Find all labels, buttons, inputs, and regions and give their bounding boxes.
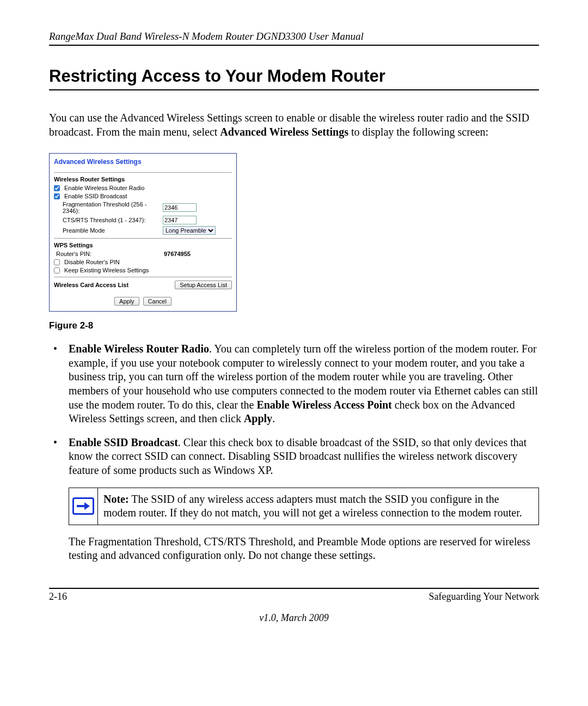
pin-label: Router's PIN:: [54, 251, 91, 257]
note-box: Note: The SSID of any wireless access ad…: [69, 488, 539, 525]
intro-post: to display the following screen:: [348, 126, 488, 138]
wireless-acl-heading: Wireless Card Access List: [54, 282, 128, 288]
cancel-button[interactable]: Cancel: [143, 297, 171, 306]
keep-existing-label: Keep Existing Wireless Settings: [64, 267, 149, 273]
bullet1-bold2: Apply: [244, 412, 272, 424]
frag-input[interactable]: [163, 203, 197, 212]
bullet1-lead: Enable Wireless Router Radio: [69, 343, 209, 355]
advanced-wireless-panel: Advanced Wireless Settings Wireless Rout…: [49, 153, 237, 312]
frag-label: Fragmentation Threshold (256 - 2346):: [54, 201, 163, 214]
enable-radio-label: Enable Wireless Router Radio: [64, 185, 144, 191]
apply-button[interactable]: Apply: [114, 297, 139, 306]
panel-title: Advanced Wireless Settings: [54, 158, 232, 166]
figure-label: Figure 2-8: [49, 320, 539, 331]
wireless-router-settings-heading: Wireless Router Settings: [54, 176, 232, 182]
footer-chapter: Safeguarding Your Network: [429, 591, 539, 602]
bullet1-bold1: Enable Wireless Access Point: [256, 399, 391, 411]
bullet-enable-ssid: Enable SSID Broadcast. Clear this check …: [49, 436, 539, 478]
enable-ssid-label: Enable SSID Broadcast: [64, 193, 127, 199]
disable-pin-checkbox[interactable]: [54, 259, 60, 265]
running-header: RangeMax Dual Band Wireless-N Modem Rout…: [49, 31, 539, 46]
footer-version: v1.0, March 2009: [49, 612, 539, 624]
intro-bold: Advanced Wireless Settings: [220, 126, 348, 138]
setup-access-list-button[interactable]: Setup Access List: [175, 281, 232, 289]
note-text: Note: The SSID of any wireless access ad…: [98, 488, 538, 525]
bullet-enable-radio: Enable Wireless Router Radio. You can co…: [49, 342, 539, 426]
disable-pin-label: Disable Router's PIN: [64, 259, 120, 265]
preamble-select[interactable]: Long Preamble: [163, 226, 216, 235]
keep-existing-checkbox[interactable]: [54, 267, 60, 273]
note-body: The SSID of any wireless access adapters…: [103, 493, 522, 519]
footer-page-number: 2-16: [49, 591, 67, 602]
preamble-label: Preamble Mode: [54, 227, 105, 234]
enable-radio-checkbox[interactable]: [54, 185, 60, 191]
pin-value: 97674955: [163, 251, 232, 257]
cts-input[interactable]: [163, 216, 197, 224]
page-footer: 2-16 Safeguarding Your Network v1.0, Mar…: [49, 588, 539, 624]
bullet1-body3: .: [272, 412, 275, 424]
cts-label: CTS/RTS Threshold (1 - 2347):: [54, 217, 145, 223]
after-note-paragraph: The Fragmentation Threshold, CTS/RTS Thr…: [69, 535, 539, 563]
note-lead: Note:: [103, 493, 129, 505]
arrow-right-icon: [72, 497, 94, 515]
enable-ssid-checkbox[interactable]: [54, 193, 60, 199]
note-icon-cell: [69, 488, 98, 525]
wps-settings-heading: WPS Settings: [54, 242, 232, 248]
bullet2-lead: Enable SSID Broadcast: [69, 436, 178, 448]
page-title: Restricting Access to Your Modem Router: [49, 66, 539, 90]
intro-paragraph: You can use the Advanced Wireless Settin…: [49, 111, 539, 139]
